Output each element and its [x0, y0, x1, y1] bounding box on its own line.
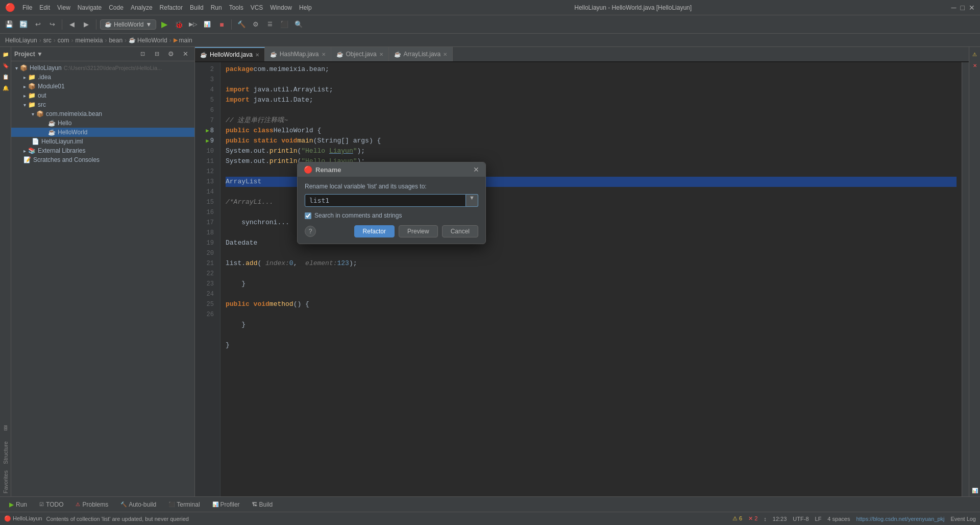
- run-button[interactable]: ▶: [158, 18, 170, 31]
- errors-badge[interactable]: ✕ 2: [748, 515, 757, 522]
- minimize-button[interactable]: ─: [951, 4, 957, 12]
- tree-item-module01[interactable]: ▸ 📦 Module01: [11, 82, 194, 91]
- search-everywhere-button[interactable]: 🔍: [292, 18, 305, 31]
- encoding-label[interactable]: UTF-8: [793, 516, 808, 522]
- menu-analyze[interactable]: Analyze: [128, 3, 156, 12]
- sidebar-collapse-btn[interactable]: ⊟: [151, 48, 163, 60]
- code-line-24: [226, 289, 957, 299]
- tab-close-object[interactable]: ✕: [379, 52, 383, 57]
- error-right-icon[interactable]: ✕: [970, 60, 980, 70]
- redo-button[interactable]: ↪: [46, 18, 58, 31]
- notifications-icon[interactable]: 🔔: [1, 83, 11, 93]
- build-project-button[interactable]: 🔨: [235, 18, 248, 31]
- menu-edit[interactable]: Edit: [36, 3, 53, 12]
- terminal-button[interactable]: ⬛: [278, 18, 290, 31]
- menu-build[interactable]: Build: [187, 3, 207, 12]
- menu-run[interactable]: Run: [208, 3, 225, 12]
- tab-close-hashmap[interactable]: ✕: [322, 52, 326, 57]
- structure-icon[interactable]: 📋: [1, 71, 11, 82]
- left-vertical-favorites[interactable]: Favorites: [2, 467, 10, 496]
- menu-help[interactable]: Help: [296, 3, 315, 12]
- indent-label[interactable]: 4 spaces: [827, 516, 850, 522]
- tab-close-arraylist[interactable]: ✕: [443, 52, 447, 57]
- debug-button[interactable]: 🐞: [173, 18, 185, 31]
- help-button[interactable]: ?: [305, 226, 316, 237]
- event-log-button[interactable]: Event Log: [950, 516, 976, 522]
- cancel-button[interactable]: Cancel: [442, 225, 478, 237]
- menu-code[interactable]: Code: [106, 3, 127, 12]
- line-ending-label[interactable]: LF: [815, 516, 822, 522]
- tree-item-package[interactable]: ▾ 📦 com.meimeixia.bean: [11, 109, 194, 118]
- auto-build-tab[interactable]: 🔨 Auto-build: [115, 499, 161, 510]
- bookmark-icon[interactable]: 🔖: [1, 60, 11, 70]
- tree-item-helloworld[interactable]: ☕ HelloWorld: [11, 128, 194, 137]
- menu-view[interactable]: View: [54, 3, 74, 12]
- external-link[interactable]: https://blog.csdn.net/yerenyuan_pkj: [856, 516, 944, 522]
- search-comments-checkbox[interactable]: [305, 212, 311, 219]
- dialog-close-button[interactable]: ✕: [473, 165, 479, 174]
- sidebar-close-btn[interactable]: ✕: [179, 48, 191, 60]
- main-layout: 📁 🔖 📋 🔔 🗄 Structure Favorites Project ▼ …: [0, 47, 980, 496]
- tree-item-iml[interactable]: 📄 HelloLiayun.iml: [11, 137, 194, 146]
- run-tab[interactable]: ▶ Run: [4, 499, 32, 510]
- maximize-button[interactable]: □: [961, 4, 965, 12]
- terminal-tab[interactable]: ⬛ Terminal: [163, 499, 205, 510]
- tab-helloworld[interactable]: ☕ HelloWorld.java ✕: [195, 47, 265, 61]
- sidebar-settings-btn[interactable]: ⚙: [165, 48, 177, 60]
- project-tool-icon[interactable]: 📁: [1, 49, 11, 59]
- tab-hashmap[interactable]: ☕ HashMap.java ✕: [265, 47, 331, 61]
- back-button[interactable]: ◀: [66, 18, 78, 31]
- menu-vcs[interactable]: VCS: [248, 3, 266, 12]
- tree-item-scratches[interactable]: 📝 Scratches and Consoles: [11, 155, 194, 164]
- sidebar-sync-btn[interactable]: ⊡: [136, 48, 149, 60]
- warnings-badge[interactable]: ⚠ 6: [732, 515, 742, 522]
- save-button[interactable]: 💾: [3, 18, 15, 31]
- coverage-button[interactable]: ▶▷: [187, 18, 199, 31]
- breadcrumb-bean[interactable]: bean: [109, 37, 122, 44]
- database-icon[interactable]: 🗄: [1, 423, 11, 433]
- profiler-tab[interactable]: 📊 Profiler: [207, 499, 245, 510]
- stop-button[interactable]: ■: [215, 18, 228, 31]
- code-editor[interactable]: 2 3 4 5 6 7 ▶8 ▶9 10 11 12 13 14 15 16 1: [195, 62, 969, 496]
- tab-arraylist[interactable]: ☕ ArrayList.java ✕: [389, 47, 453, 61]
- input-dropdown-button[interactable]: ▼: [466, 194, 478, 207]
- menu-window[interactable]: Window: [267, 3, 295, 12]
- breadcrumb-src[interactable]: src: [43, 37, 52, 44]
- tab-close-helloworld[interactable]: ✕: [255, 52, 259, 58]
- tree-item-hello[interactable]: ☕ Hello: [11, 118, 194, 128]
- todo-tab[interactable]: ☑ TODO: [34, 499, 68, 510]
- synchronize-button[interactable]: 🔄: [17, 18, 30, 31]
- external-tools-button[interactable]: ⚙: [250, 18, 262, 31]
- breadcrumb-helloliayun[interactable]: HelloLiayun: [5, 37, 37, 44]
- code-content[interactable]: package com.meimeixia.bean; import java.…: [220, 62, 962, 496]
- undo-button[interactable]: ↩: [32, 18, 44, 31]
- preview-button[interactable]: Preview: [399, 225, 438, 237]
- notifications-right-icon[interactable]: ⚠: [970, 49, 980, 59]
- forward-button[interactable]: ▶: [80, 18, 92, 31]
- tree-item-out[interactable]: ▸ 📁 out: [11, 91, 194, 100]
- rename-input[interactable]: [305, 194, 466, 207]
- tree-item-helloliayun[interactable]: ▾ 📦 HelloLiayun C:\Users\32120\IdeaProje…: [11, 63, 194, 73]
- breadcrumb-helloworld[interactable]: ☕ HelloWorld: [129, 37, 167, 44]
- tree-item-external-libs[interactable]: ▸ 📚 External Libraries: [11, 146, 194, 155]
- profile-button[interactable]: 📊: [201, 18, 213, 31]
- build-tab[interactable]: 🏗 Build: [247, 499, 278, 510]
- sdk-button[interactable]: ☰: [264, 18, 276, 31]
- breadcrumb-main[interactable]: ▶ main: [174, 37, 192, 44]
- menu-file[interactable]: File: [19, 3, 35, 12]
- left-vertical-structure[interactable]: Structure: [2, 438, 10, 467]
- breadcrumb-meimeixia[interactable]: meimeixia: [75, 37, 103, 44]
- breadcrumb-com[interactable]: com: [58, 37, 69, 44]
- menu-refactor[interactable]: Refactor: [157, 3, 186, 12]
- scrollbar-gutter[interactable]: [962, 62, 969, 496]
- tree-item-src[interactable]: ▾ 📁 src: [11, 100, 194, 109]
- close-button[interactable]: ✕: [969, 4, 975, 12]
- menu-tools[interactable]: Tools: [226, 3, 247, 12]
- git-right-icon[interactable]: 📊: [970, 485, 980, 495]
- menu-navigate[interactable]: Navigate: [75, 3, 105, 12]
- refactor-button[interactable]: Refactor: [354, 225, 395, 237]
- tree-item-idea[interactable]: ▸ 📁 .idea: [11, 73, 194, 82]
- problems-tab[interactable]: ⚠ Problems: [70, 499, 113, 510]
- tab-object[interactable]: ☕ Object.java ✕: [331, 47, 389, 61]
- run-config-selector[interactable]: ☕ HelloWorld ▼: [100, 19, 156, 30]
